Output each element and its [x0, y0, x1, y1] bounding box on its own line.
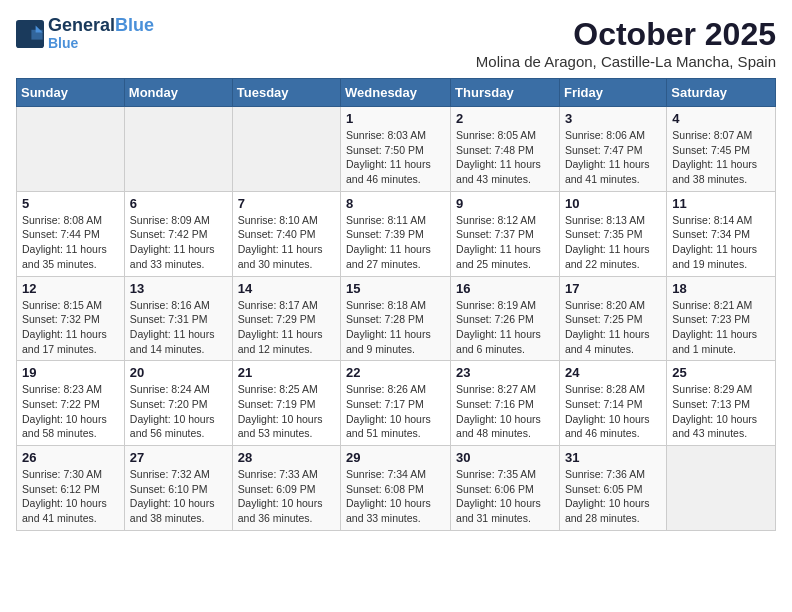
calendar-cell: [667, 446, 776, 531]
title-block: October 2025 Molina de Aragon, Castille-…: [476, 16, 776, 70]
calendar-cell: 13Sunrise: 8:16 AM Sunset: 7:31 PM Dayli…: [124, 276, 232, 361]
day-info: Sunrise: 8:21 AM Sunset: 7:23 PM Dayligh…: [672, 298, 770, 357]
week-row-3: 19Sunrise: 8:23 AM Sunset: 7:22 PM Dayli…: [17, 361, 776, 446]
logo: GeneralBlue Blue: [16, 16, 154, 51]
day-info: Sunrise: 8:12 AM Sunset: 7:37 PM Dayligh…: [456, 213, 554, 272]
calendar-cell: 25Sunrise: 8:29 AM Sunset: 7:13 PM Dayli…: [667, 361, 776, 446]
day-number: 15: [346, 281, 445, 296]
day-info: Sunrise: 8:06 AM Sunset: 7:47 PM Dayligh…: [565, 128, 661, 187]
calendar-cell: 24Sunrise: 8:28 AM Sunset: 7:14 PM Dayli…: [559, 361, 666, 446]
calendar-cell: 23Sunrise: 8:27 AM Sunset: 7:16 PM Dayli…: [451, 361, 560, 446]
calendar-cell: [232, 107, 340, 192]
day-number: 12: [22, 281, 119, 296]
day-number: 21: [238, 365, 335, 380]
week-row-1: 5Sunrise: 8:08 AM Sunset: 7:44 PM Daylig…: [17, 191, 776, 276]
day-info: Sunrise: 8:05 AM Sunset: 7:48 PM Dayligh…: [456, 128, 554, 187]
calendar-cell: 16Sunrise: 8:19 AM Sunset: 7:26 PM Dayli…: [451, 276, 560, 361]
day-info: Sunrise: 8:15 AM Sunset: 7:32 PM Dayligh…: [22, 298, 119, 357]
day-number: 24: [565, 365, 661, 380]
day-number: 31: [565, 450, 661, 465]
calendar-cell: 4Sunrise: 8:07 AM Sunset: 7:45 PM Daylig…: [667, 107, 776, 192]
page-header: GeneralBlue Blue October 2025 Molina de …: [16, 16, 776, 70]
day-info: Sunrise: 7:34 AM Sunset: 6:08 PM Dayligh…: [346, 467, 445, 526]
day-info: Sunrise: 8:09 AM Sunset: 7:42 PM Dayligh…: [130, 213, 227, 272]
day-info: Sunrise: 7:33 AM Sunset: 6:09 PM Dayligh…: [238, 467, 335, 526]
day-number: 2: [456, 111, 554, 126]
day-number: 26: [22, 450, 119, 465]
day-info: Sunrise: 8:17 AM Sunset: 7:29 PM Dayligh…: [238, 298, 335, 357]
day-info: Sunrise: 8:10 AM Sunset: 7:40 PM Dayligh…: [238, 213, 335, 272]
day-info: Sunrise: 8:23 AM Sunset: 7:22 PM Dayligh…: [22, 382, 119, 441]
calendar-cell: 3Sunrise: 8:06 AM Sunset: 7:47 PM Daylig…: [559, 107, 666, 192]
calendar-cell: 29Sunrise: 7:34 AM Sunset: 6:08 PM Dayli…: [341, 446, 451, 531]
day-info: Sunrise: 8:20 AM Sunset: 7:25 PM Dayligh…: [565, 298, 661, 357]
calendar-cell: 7Sunrise: 8:10 AM Sunset: 7:40 PM Daylig…: [232, 191, 340, 276]
day-info: Sunrise: 8:08 AM Sunset: 7:44 PM Dayligh…: [22, 213, 119, 272]
calendar-subtitle: Molina de Aragon, Castille-La Mancha, Sp…: [476, 53, 776, 70]
day-info: Sunrise: 8:28 AM Sunset: 7:14 PM Dayligh…: [565, 382, 661, 441]
calendar-cell: 8Sunrise: 8:11 AM Sunset: 7:39 PM Daylig…: [341, 191, 451, 276]
day-info: Sunrise: 7:30 AM Sunset: 6:12 PM Dayligh…: [22, 467, 119, 526]
calendar-cell: [124, 107, 232, 192]
day-info: Sunrise: 8:27 AM Sunset: 7:16 PM Dayligh…: [456, 382, 554, 441]
calendar-cell: 11Sunrise: 8:14 AM Sunset: 7:34 PM Dayli…: [667, 191, 776, 276]
calendar-cell: 2Sunrise: 8:05 AM Sunset: 7:48 PM Daylig…: [451, 107, 560, 192]
calendar-cell: 5Sunrise: 8:08 AM Sunset: 7:44 PM Daylig…: [17, 191, 125, 276]
calendar-cell: 26Sunrise: 7:30 AM Sunset: 6:12 PM Dayli…: [17, 446, 125, 531]
day-info: Sunrise: 8:16 AM Sunset: 7:31 PM Dayligh…: [130, 298, 227, 357]
day-info: Sunrise: 8:07 AM Sunset: 7:45 PM Dayligh…: [672, 128, 770, 187]
logo-text: GeneralBlue Blue: [48, 16, 154, 51]
day-info: Sunrise: 7:32 AM Sunset: 6:10 PM Dayligh…: [130, 467, 227, 526]
header-day-wednesday: Wednesday: [341, 79, 451, 107]
calendar-cell: 27Sunrise: 7:32 AM Sunset: 6:10 PM Dayli…: [124, 446, 232, 531]
calendar-cell: 6Sunrise: 8:09 AM Sunset: 7:42 PM Daylig…: [124, 191, 232, 276]
day-number: 27: [130, 450, 227, 465]
calendar-cell: 14Sunrise: 8:17 AM Sunset: 7:29 PM Dayli…: [232, 276, 340, 361]
header-day-thursday: Thursday: [451, 79, 560, 107]
calendar-cell: 22Sunrise: 8:26 AM Sunset: 7:17 PM Dayli…: [341, 361, 451, 446]
day-info: Sunrise: 8:14 AM Sunset: 7:34 PM Dayligh…: [672, 213, 770, 272]
week-row-4: 26Sunrise: 7:30 AM Sunset: 6:12 PM Dayli…: [17, 446, 776, 531]
day-info: Sunrise: 8:19 AM Sunset: 7:26 PM Dayligh…: [456, 298, 554, 357]
calendar-cell: [17, 107, 125, 192]
calendar-cell: 17Sunrise: 8:20 AM Sunset: 7:25 PM Dayli…: [559, 276, 666, 361]
calendar-cell: 10Sunrise: 8:13 AM Sunset: 7:35 PM Dayli…: [559, 191, 666, 276]
svg-marker-2: [31, 29, 42, 39]
calendar-cell: 9Sunrise: 8:12 AM Sunset: 7:37 PM Daylig…: [451, 191, 560, 276]
calendar-cell: 12Sunrise: 8:15 AM Sunset: 7:32 PM Dayli…: [17, 276, 125, 361]
day-number: 1: [346, 111, 445, 126]
header-day-friday: Friday: [559, 79, 666, 107]
day-number: 22: [346, 365, 445, 380]
calendar-cell: 28Sunrise: 7:33 AM Sunset: 6:09 PM Dayli…: [232, 446, 340, 531]
header-day-monday: Monday: [124, 79, 232, 107]
day-number: 30: [456, 450, 554, 465]
calendar-cell: 1Sunrise: 8:03 AM Sunset: 7:50 PM Daylig…: [341, 107, 451, 192]
header-day-sunday: Sunday: [17, 79, 125, 107]
day-number: 11: [672, 196, 770, 211]
header-day-saturday: Saturday: [667, 79, 776, 107]
calendar-cell: 18Sunrise: 8:21 AM Sunset: 7:23 PM Dayli…: [667, 276, 776, 361]
day-number: 16: [456, 281, 554, 296]
day-number: 28: [238, 450, 335, 465]
day-number: 3: [565, 111, 661, 126]
header-row: SundayMondayTuesdayWednesdayThursdayFrid…: [17, 79, 776, 107]
day-info: Sunrise: 8:11 AM Sunset: 7:39 PM Dayligh…: [346, 213, 445, 272]
calendar-title: October 2025: [476, 16, 776, 53]
header-day-tuesday: Tuesday: [232, 79, 340, 107]
day-number: 19: [22, 365, 119, 380]
logo-icon: [16, 20, 44, 48]
day-number: 13: [130, 281, 227, 296]
day-number: 4: [672, 111, 770, 126]
day-number: 5: [22, 196, 119, 211]
day-info: Sunrise: 7:36 AM Sunset: 6:05 PM Dayligh…: [565, 467, 661, 526]
day-number: 17: [565, 281, 661, 296]
calendar-cell: 15Sunrise: 8:18 AM Sunset: 7:28 PM Dayli…: [341, 276, 451, 361]
calendar-cell: 30Sunrise: 7:35 AM Sunset: 6:06 PM Dayli…: [451, 446, 560, 531]
day-number: 9: [456, 196, 554, 211]
calendar-body: 1Sunrise: 8:03 AM Sunset: 7:50 PM Daylig…: [17, 107, 776, 531]
week-row-0: 1Sunrise: 8:03 AM Sunset: 7:50 PM Daylig…: [17, 107, 776, 192]
day-number: 14: [238, 281, 335, 296]
day-number: 18: [672, 281, 770, 296]
calendar-header: SundayMondayTuesdayWednesdayThursdayFrid…: [17, 79, 776, 107]
day-info: Sunrise: 8:25 AM Sunset: 7:19 PM Dayligh…: [238, 382, 335, 441]
